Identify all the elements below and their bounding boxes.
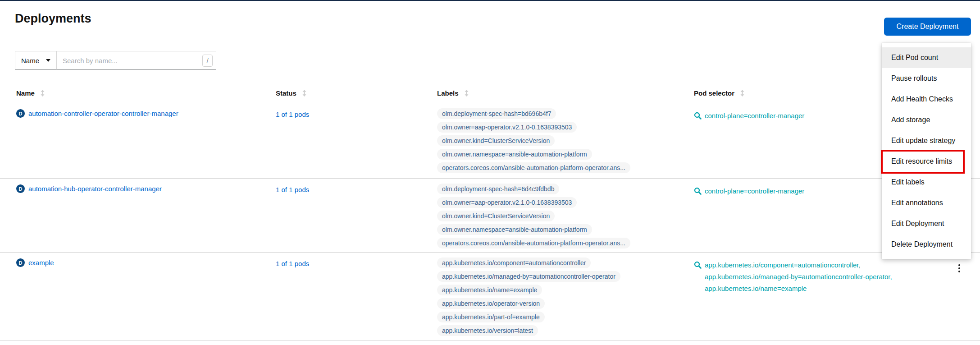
label-pill[interactable]: olm.owner.kind=ClusterServiceVersion: [437, 211, 555, 221]
table-row: Dexample1 of 1 podsapp.kubernetes.io/com…: [0, 253, 980, 340]
menu-item-pause-rollouts[interactable]: Pause rollouts: [882, 68, 971, 89]
label-pill[interactable]: olm.owner.kind=ClusterServiceVersion: [437, 135, 555, 146]
name-cell: Dexample: [16, 258, 54, 267]
deployment-badge-icon: D: [16, 184, 25, 193]
menu-item-edit-deployment[interactable]: Edit Deployment: [882, 213, 971, 234]
pod-selector-text: control-plane=controller-manager: [705, 185, 804, 197]
caret-down-icon: [46, 59, 50, 62]
label-pill[interactable]: app.kubernetes.io/part-of=example: [437, 312, 545, 322]
pod-selector-line: app.kubernetes.io/name=example: [705, 283, 892, 294]
column-header-labels[interactable]: Labels: [437, 89, 469, 97]
kebab-menu-icon[interactable]: [955, 264, 964, 275]
label-pill[interactable]: operators.coreos.com/ansible-automation-…: [437, 238, 630, 248]
pod-selector-line: control-plane=controller-manager: [705, 185, 804, 197]
column-header-name[interactable]: Name: [16, 89, 45, 97]
menu-item-add-storage[interactable]: Add storage: [882, 110, 971, 130]
label-pill[interactable]: olm.deployment-spec-hash=6d4c9fdbdb: [437, 184, 559, 194]
label-pill[interactable]: olm.owner=aap-operator.v2.1.0-0.16383935…: [437, 197, 577, 208]
deployment-badge-icon: D: [16, 109, 25, 118]
column-header-label: Pod selector: [694, 89, 734, 97]
menu-item-edit-resource-limits[interactable]: Edit resource limits: [882, 151, 971, 172]
label-pill[interactable]: olm.owner.namespace=ansible-automation-p…: [437, 224, 592, 235]
pod-status-link[interactable]: 1 of 1 pods: [276, 186, 309, 193]
labels-cell: olm.deployment-spec-hash=6d4c9fdbdbolm.o…: [437, 184, 630, 248]
search-input[interactable]: [57, 51, 202, 69]
table-row: Dautomation-hub-operator-controller-mana…: [0, 179, 980, 253]
deployment-actions-menu: Edit Pod countPause rolloutsAdd Health C…: [882, 43, 971, 259]
sort-icon[interactable]: [41, 90, 45, 97]
pod-selector-cell[interactable]: app.kubernetes.io/component=automationco…: [694, 259, 892, 294]
pod-selector-line: control-plane=controller-manager: [705, 110, 804, 122]
name-cell: Dautomation-hub-operator-controller-mana…: [16, 184, 162, 193]
label-pill[interactable]: olm.owner=aap-operator.v2.1.0-0.16383935…: [437, 122, 577, 133]
pod-selector-line: app.kubernetes.io/managed-by=automationc…: [705, 271, 892, 283]
label-pill[interactable]: app.kubernetes.io/component=automationco…: [437, 258, 591, 268]
menu-item-add-health-checks[interactable]: Add Health Checks: [882, 89, 971, 110]
label-pill[interactable]: olm.deployment-spec-hash=bd696b4f7: [437, 108, 556, 119]
pod-selector-cell[interactable]: control-plane=controller-manager: [694, 185, 804, 197]
labels-cell: app.kubernetes.io/component=automationco…: [437, 258, 620, 336]
menu-item-edit-annotations[interactable]: Edit annotations: [882, 193, 971, 213]
column-header-status[interactable]: Status: [276, 89, 306, 97]
menu-item-edit-update-strategy[interactable]: Edit update strategy: [882, 130, 971, 151]
search-box: /: [57, 51, 216, 70]
pod-status-link[interactable]: 1 of 1 pods: [276, 110, 309, 118]
deployment-name-link[interactable]: example: [28, 259, 54, 267]
keyboard-shortcut-hint: /: [202, 55, 213, 67]
pod-selector-cell[interactable]: control-plane=controller-manager: [694, 110, 804, 122]
label-pill[interactable]: olm.owner.namespace=ansible-automation-p…: [437, 149, 592, 160]
column-header-label: Labels: [437, 89, 459, 97]
pod-selector-text: app.kubernetes.io/component=automationco…: [705, 259, 892, 294]
deployment-name-link[interactable]: automation-hub-operator-controller-manag…: [28, 185, 162, 193]
filter-type-label: Name: [21, 57, 39, 64]
menu-item-edit-labels[interactable]: Edit labels: [882, 172, 971, 193]
search-icon: [694, 185, 702, 197]
label-pill[interactable]: operators.coreos.com/ansible-automation-…: [437, 162, 630, 173]
search-icon: [694, 259, 702, 294]
label-pill[interactable]: app.kubernetes.io/operator-version: [437, 298, 545, 309]
page-title: Deployments: [15, 12, 91, 26]
pod-selector-text: control-plane=controller-manager: [705, 110, 804, 122]
column-header-label: Name: [16, 89, 35, 97]
deployment-badge-icon: D: [16, 258, 25, 267]
column-header-pod-selector[interactable]: Pod selector: [694, 89, 744, 97]
sort-icon[interactable]: [302, 90, 306, 97]
menu-item-edit-pod-count[interactable]: Edit Pod count: [882, 47, 971, 68]
search-icon: [694, 110, 702, 122]
sort-icon[interactable]: [465, 90, 469, 97]
labels-cell: olm.deployment-spec-hash=bd696b4f7olm.ow…: [437, 108, 630, 173]
filter-toolbar: Name /: [15, 51, 216, 70]
label-pill[interactable]: app.kubernetes.io/version=latest: [437, 325, 538, 336]
table-body: Dautomation-controller-operator-controll…: [0, 103, 980, 340]
filter-type-dropdown[interactable]: Name: [15, 51, 57, 70]
label-pill[interactable]: app.kubernetes.io/name=example: [437, 285, 542, 295]
window-top-edge: [0, 0, 980, 1]
sort-icon[interactable]: [740, 90, 744, 97]
table-header-row: NameStatusLabelsPod selector: [0, 88, 980, 103]
menu-item-delete-deployment[interactable]: Delete Deployment: [882, 234, 971, 255]
pod-selector-line: app.kubernetes.io/component=automationco…: [705, 259, 892, 271]
deployment-name-link[interactable]: automation-controller-operator-controlle…: [28, 110, 178, 117]
column-header-label: Status: [276, 89, 296, 97]
table-row: Dautomation-controller-operator-controll…: [0, 103, 980, 179]
label-pill[interactable]: app.kubernetes.io/managed-by=automationc…: [437, 271, 620, 282]
create-deployment-button[interactable]: Create Deployment: [884, 18, 971, 36]
deployments-page: Deployments Create Deployment Name / Nam…: [0, 0, 980, 345]
name-cell: Dautomation-controller-operator-controll…: [16, 109, 178, 118]
pod-status-link[interactable]: 1 of 1 pods: [276, 260, 309, 267]
